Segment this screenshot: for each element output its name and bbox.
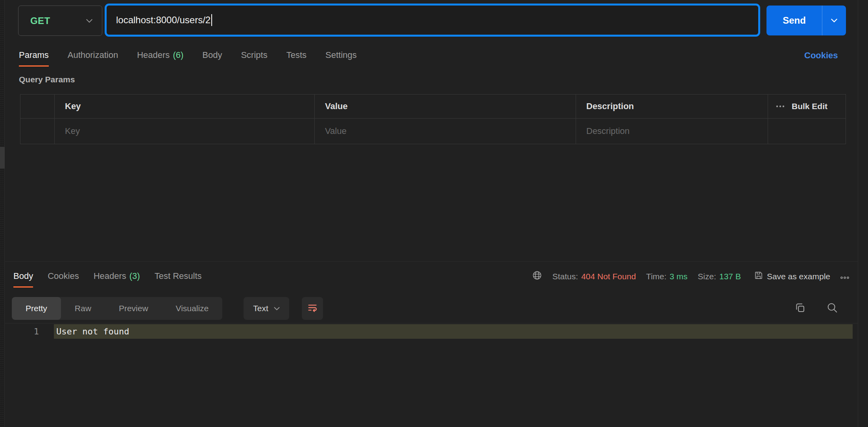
status-label: Status: bbox=[552, 272, 578, 281]
left-sidebar-rail[interactable] bbox=[0, 0, 5, 427]
tab-scripts[interactable]: Scripts bbox=[241, 50, 267, 67]
description-input[interactable]: Description bbox=[576, 119, 768, 144]
text-cursor bbox=[211, 14, 212, 26]
search-icon bbox=[826, 302, 838, 315]
bulk-edit-button[interactable]: Bulk Edit bbox=[768, 95, 846, 119]
save-as-example-button[interactable]: Save as example bbox=[753, 270, 830, 282]
tab-label: Headers bbox=[137, 50, 170, 60]
row-select-cell[interactable] bbox=[20, 119, 55, 144]
size-label: Size: bbox=[698, 272, 716, 281]
row-actions-cell bbox=[768, 119, 846, 144]
bulk-edit-label: Bulk Edit bbox=[792, 102, 827, 111]
wrap-text-icon bbox=[307, 302, 318, 315]
response-tab-body[interactable]: Body bbox=[13, 271, 33, 288]
response-tab-cookies[interactable]: Cookies bbox=[48, 271, 79, 288]
cookies-link[interactable]: Cookies bbox=[804, 50, 838, 61]
chevron-down-icon bbox=[274, 307, 280, 310]
view-tab-pretty[interactable]: Pretty bbox=[12, 297, 61, 320]
response-tab-test-results[interactable]: Test Results bbox=[155, 271, 202, 288]
globe-icon bbox=[532, 270, 542, 282]
app-root: GET localhost:8000/users/2 Send Params A… bbox=[0, 0, 868, 427]
query-params-title: Query Params bbox=[19, 75, 75, 84]
format-selected-value: Text bbox=[253, 304, 268, 313]
response-tab-headers[interactable]: Headers(3) bbox=[94, 271, 140, 288]
chevron-down-icon bbox=[831, 19, 837, 22]
key-column-header: Key bbox=[55, 95, 315, 119]
send-button[interactable]: Send bbox=[766, 6, 846, 35]
wrap-lines-button[interactable] bbox=[302, 297, 323, 320]
sidebar-drag-handle[interactable] bbox=[0, 147, 5, 169]
view-tab-preview[interactable]: Preview bbox=[105, 297, 162, 320]
highlighted-line[interactable]: User not found bbox=[54, 324, 853, 339]
line-number: 1 bbox=[5, 327, 39, 336]
method-label: GET bbox=[30, 15, 50, 26]
tab-label: Params bbox=[19, 50, 49, 60]
select-all-cell[interactable] bbox=[20, 95, 55, 119]
save-as-example-label: Save as example bbox=[767, 272, 830, 281]
more-options-icon bbox=[776, 105, 785, 108]
view-tab-visualize[interactable]: Visualize bbox=[162, 297, 223, 320]
send-label: Send bbox=[766, 6, 822, 35]
response-meta: Status: 404 Not Found Time: 3 ms Size: 1… bbox=[532, 270, 849, 282]
request-tabs: Params Authorization Headers(6) Body Scr… bbox=[19, 50, 357, 67]
size-value[interactable]: 137 B bbox=[719, 272, 741, 281]
url-text: localhost:8000/users/2 bbox=[116, 15, 211, 26]
method-select[interactable]: GET bbox=[18, 6, 102, 36]
status-value[interactable]: 404 Not Found bbox=[581, 272, 636, 281]
response-tabs: Body Cookies Headers(3) Test Results bbox=[13, 271, 202, 288]
time-label: Time: bbox=[646, 272, 667, 281]
response-more-options-button[interactable] bbox=[840, 272, 849, 281]
tab-tests[interactable]: Tests bbox=[286, 50, 307, 67]
tab-headers[interactable]: Headers(6) bbox=[137, 50, 183, 67]
copy-response-button[interactable] bbox=[794, 302, 806, 315]
copy-icon bbox=[794, 302, 806, 315]
tab-label: Settings bbox=[325, 50, 357, 60]
tab-params[interactable]: Params bbox=[19, 50, 49, 67]
response-body-text: User not found bbox=[56, 327, 129, 336]
tab-label: Body bbox=[202, 50, 222, 60]
value-column-header: Value bbox=[315, 95, 576, 119]
tab-body[interactable]: Body bbox=[202, 50, 222, 67]
key-input[interactable]: Key bbox=[55, 119, 315, 144]
tab-label: Test Results bbox=[155, 271, 202, 281]
tab-label: Scripts bbox=[241, 50, 267, 60]
editor-top-border bbox=[5, 323, 858, 323]
response-body-line[interactable]: 1 User not found bbox=[5, 324, 858, 339]
tab-settings[interactable]: Settings bbox=[325, 50, 357, 67]
tab-authorization[interactable]: Authorization bbox=[68, 50, 118, 67]
response-view-switcher: Pretty Raw Preview Visualize bbox=[12, 297, 222, 320]
tab-label: Tests bbox=[286, 50, 307, 60]
network-info-button[interactable] bbox=[532, 270, 542, 282]
time-value[interactable]: 3 ms bbox=[670, 272, 688, 281]
tab-label: Headers bbox=[94, 271, 126, 281]
send-options-button[interactable] bbox=[822, 6, 846, 35]
more-options-icon bbox=[840, 272, 849, 281]
search-response-button[interactable] bbox=[826, 302, 838, 315]
view-tab-raw[interactable]: Raw bbox=[61, 297, 105, 320]
tab-label: Authorization bbox=[68, 50, 118, 60]
url-input[interactable]: localhost:8000/users/2 bbox=[105, 4, 760, 37]
save-icon bbox=[753, 270, 764, 282]
headers-count-badge: (3) bbox=[129, 271, 140, 281]
query-params-table: Key Value Description Bulk Edit Key Valu… bbox=[20, 94, 846, 144]
value-input[interactable]: Value bbox=[315, 119, 576, 144]
tab-label: Cookies bbox=[48, 271, 79, 281]
right-panel-divider bbox=[858, 0, 858, 427]
request-response-divider[interactable] bbox=[5, 261, 858, 262]
description-column-header: Description bbox=[576, 95, 768, 119]
chevron-down-icon bbox=[86, 19, 92, 23]
format-select[interactable]: Text bbox=[244, 297, 289, 320]
headers-count-badge: (6) bbox=[173, 50, 183, 60]
tab-label: Body bbox=[13, 271, 33, 281]
